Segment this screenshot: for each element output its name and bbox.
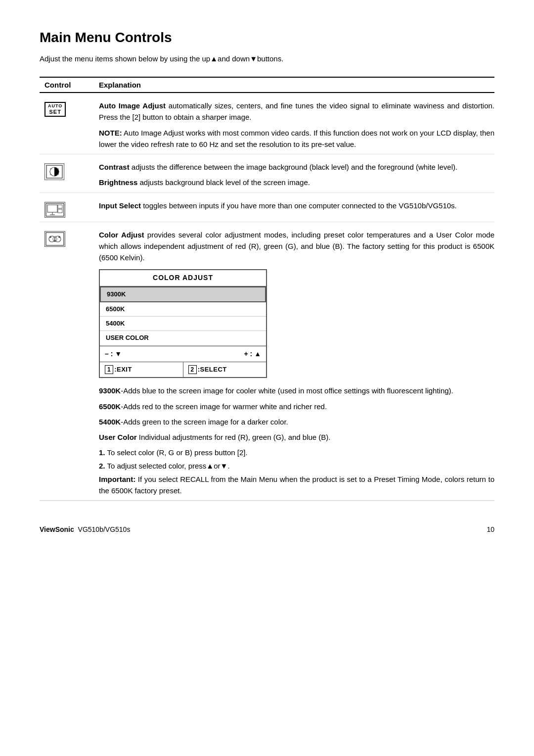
page-title: Main Menu Controls bbox=[40, 30, 494, 46]
footer-model: VG510b/VG510s bbox=[78, 525, 131, 533]
color-adjust-icon-cell bbox=[40, 229, 99, 247]
user-color-steps: 1. To select color (R, G or B) press but… bbox=[99, 447, 494, 472]
intro-text: Adjust the menu items shown below by usi… bbox=[40, 54, 494, 63]
svg-point-19 bbox=[58, 236, 60, 238]
svg-rect-9 bbox=[47, 205, 57, 212]
color-adjust-plus: + : ▲ bbox=[244, 349, 261, 360]
explanation-column-header: Explanation bbox=[99, 81, 494, 89]
auto-set-text: Auto Image Adjust automatically sizes, c… bbox=[99, 100, 494, 150]
svg-rect-8 bbox=[46, 203, 64, 216]
color-adjust-row: Color Adjust provides several color adju… bbox=[40, 222, 494, 501]
auto-set-icon: AUTO SET bbox=[44, 102, 66, 117]
input-select-text: Input Select toggles between inputs if y… bbox=[99, 200, 494, 211]
color-adjust-exit: 1:EXIT bbox=[100, 362, 183, 377]
footer-brand-model: ViewSonic VG510b/VG510s bbox=[40, 525, 130, 533]
contrast-text: Contrast adjusts the difference between … bbox=[99, 161, 494, 189]
input-select-icon bbox=[44, 202, 65, 218]
color-option-9300k: 9300K bbox=[100, 286, 266, 302]
color-adjust-box: COLOR ADJUST 9300K 6500K 5400K USER COLO… bbox=[99, 269, 267, 378]
color-adjust-select: 2:SELECT bbox=[183, 362, 267, 377]
color-adjust-nav: – : ▼ + : ▲ bbox=[100, 346, 266, 362]
footer-brand: ViewSonic bbox=[40, 525, 74, 533]
svg-point-18 bbox=[49, 236, 51, 238]
color-option-6500k: 6500K bbox=[100, 302, 266, 317]
color-adjust-footer: 1:EXIT 2:SELECT bbox=[100, 362, 266, 377]
auto-set-icon-cell: AUTO SET bbox=[40, 100, 99, 117]
page-footer: ViewSonic VG510b/VG510s 10 bbox=[40, 520, 494, 533]
color-adjust-text: Color Adjust provides several color adju… bbox=[99, 229, 494, 497]
contrast-icon-cell bbox=[40, 161, 99, 180]
color-adjust-minus: – : ▼ bbox=[105, 349, 122, 360]
input-select-icon-cell bbox=[40, 200, 99, 218]
content-rows: AUTO SET Auto Image Adjust automatically… bbox=[40, 93, 494, 501]
color-option-user: USER COLOR bbox=[100, 331, 266, 345]
step-1: 1. To select color (R, G or B) press but… bbox=[99, 447, 494, 458]
table-header: Control Explanation bbox=[40, 77, 494, 93]
color-option-5400k: 5400K bbox=[100, 317, 266, 331]
svg-rect-10 bbox=[58, 205, 62, 208]
step-2: 2. To adjust selected color, press▲or▼. bbox=[99, 460, 494, 472]
input-select-row: Input Select toggles between inputs if y… bbox=[40, 193, 494, 222]
auto-set-row: AUTO SET Auto Image Adjust automatically… bbox=[40, 93, 494, 154]
svg-point-20 bbox=[54, 240, 56, 242]
svg-rect-11 bbox=[58, 209, 62, 213]
footer-page-number: 10 bbox=[487, 525, 494, 533]
color-adjust-box-header: COLOR ADJUST bbox=[100, 270, 266, 286]
contrast-row: Contrast adjusts the difference between … bbox=[40, 154, 494, 193]
contrast-icon bbox=[44, 163, 64, 180]
color-adjust-icon bbox=[44, 231, 65, 247]
control-column-header: Control bbox=[40, 81, 99, 89]
